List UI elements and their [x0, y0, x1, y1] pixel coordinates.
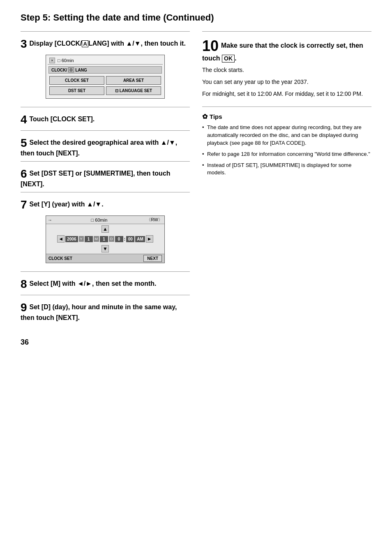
ui-min-field: 00: [126, 236, 134, 242]
ui-hour-field: 0: [115, 236, 123, 242]
ui-m-label: M: [94, 236, 99, 242]
step-3-title: Display [CLOCK/ALANG] with ▲/▼, then tou…: [29, 40, 185, 47]
ui-clock-set-box: → □ 60min 〈RW〉 ▲ ◄ 2006 Y 1 M 1 D 0 :: [46, 215, 165, 263]
step-6-block: 6 Set [DST SET] or [SUMMERTIME], then to…: [21, 161, 190, 192]
ui-clock-titlebar: → □ 60min 〈RW〉: [46, 216, 164, 224]
step-9-title: Set [D] (day), hour and minute in the sa…: [21, 303, 177, 321]
clock-set-button[interactable]: CLOCK SET: [49, 76, 104, 85]
area-set-button[interactable]: AREA SET: [106, 76, 161, 85]
ui-ampm-field: AM: [135, 236, 145, 242]
step-10-body: The clock starts. You can set any year u…: [202, 66, 371, 98]
tips-title: ✿ Tips: [202, 113, 371, 120]
step-10-para1: The clock starts.: [202, 66, 371, 74]
step-7-title: Set [Y] (year) with ▲/▼.: [29, 201, 103, 208]
ui-up-arrow[interactable]: ▲: [101, 225, 109, 233]
tips-list: The date and time does not appear during…: [202, 124, 371, 177]
ui-box-lang: × □ 60min CLOCK/ ⊡ LANG CLOCK SET AREA S…: [46, 55, 165, 99]
ui-60min-clock: □ 60min: [91, 218, 108, 222]
step-9-number: 9: [21, 301, 27, 314]
ui-y-label: Y: [79, 236, 84, 242]
page-title: Step 5: Setting the date and time (Conti…: [21, 12, 371, 23]
ui-year-field: 2006: [65, 236, 78, 242]
ui-day-field: 1: [100, 236, 108, 242]
tip-item-3: Instead of [DST SET], [SUMMERTIME] is di…: [202, 162, 371, 177]
step-6-number: 6: [21, 167, 27, 181]
ui-clock-lang-menu: CLOCK/ ⊡ LANG: [48, 66, 162, 74]
step-3-block: 3 Display [CLOCK/ALANG] with ▲/▼, then t…: [21, 31, 190, 107]
ui-rw-icon: 〈RW〉: [146, 217, 163, 223]
step-4-title: Touch [CLOCK SET].: [29, 116, 95, 123]
step-4-block: 4 Touch [CLOCK SET].: [21, 107, 190, 130]
ui-left-arrow[interactable]: ◄: [57, 235, 65, 243]
ui-right-arrow[interactable]: ►: [146, 235, 153, 243]
step-8-title: Select [M] with ◄/►, then set the month.: [29, 280, 156, 287]
ui-sep: :: [124, 236, 126, 241]
step-8-block: 8 Select [M] with ◄/►, then set the mont…: [21, 271, 190, 295]
ui-clock-bottom-bar: CLOCK SET NEXT: [46, 254, 164, 263]
step-7-number: 7: [21, 198, 27, 211]
ui-clock-set-label: CLOCK SET: [48, 256, 72, 261]
step-7-block: 7 Set [Y] (year) with ▲/▼. → □ 60min 〈RW…: [21, 192, 190, 271]
ui-next-button[interactable]: NEXT: [143, 255, 162, 262]
step-10-block: 10 Make sure that the clock is correctly…: [202, 31, 371, 102]
step-10-para3: For midnight, set it to 12:00 AM. For mi…: [202, 90, 371, 98]
ui-button-grid: CLOCK SET AREA SET DST SET ⊡ LANGUAGE SE…: [48, 74, 163, 97]
step-5-number: 5: [21, 137, 27, 150]
ui-close-button[interactable]: ×: [49, 58, 55, 63]
step-5-title: Select the desired geographical area wit…: [21, 139, 177, 157]
step-8-number: 8: [21, 278, 27, 291]
tips-block: ✿ Tips The date and time does not appear…: [202, 107, 371, 184]
ui-d-label: D: [109, 236, 114, 242]
dst-set-button[interactable]: DST SET: [49, 86, 104, 95]
page-number: 36: [21, 338, 371, 347]
tip-item-2: Refer to page 128 for information concer…: [202, 150, 371, 158]
step-10-number: 10: [202, 37, 219, 55]
tip-item-1: The date and time does not appear during…: [202, 124, 371, 147]
step-6-title: Set [DST SET] or [SUMMERTIME], then touc…: [21, 170, 171, 188]
tips-icon: ✿: [202, 113, 208, 120]
step-10-title: Make sure that the clock is correctly se…: [202, 42, 363, 62]
step-4-number: 4: [21, 113, 27, 126]
step-9-block: 9 Set [D] (day), hour and minute in the …: [21, 295, 190, 326]
ui-60min-label: □ 60min: [58, 58, 74, 63]
ui-down-arrow[interactable]: ▼: [101, 245, 109, 252]
ui-month-field: 1: [85, 236, 93, 242]
ui-lang-icon: ⊡: [68, 67, 74, 72]
ok-badge: OK: [222, 55, 235, 63]
ui-arrow-icon: →: [48, 218, 52, 222]
step-10-para2: You can set any year up to the year 2037…: [202, 78, 371, 86]
language-set-button[interactable]: ⊡ LANGUAGE SET: [106, 86, 161, 95]
step-5-block: 5 Select the desired geographical area w…: [21, 130, 190, 161]
step-3-number: 3: [21, 37, 27, 51]
